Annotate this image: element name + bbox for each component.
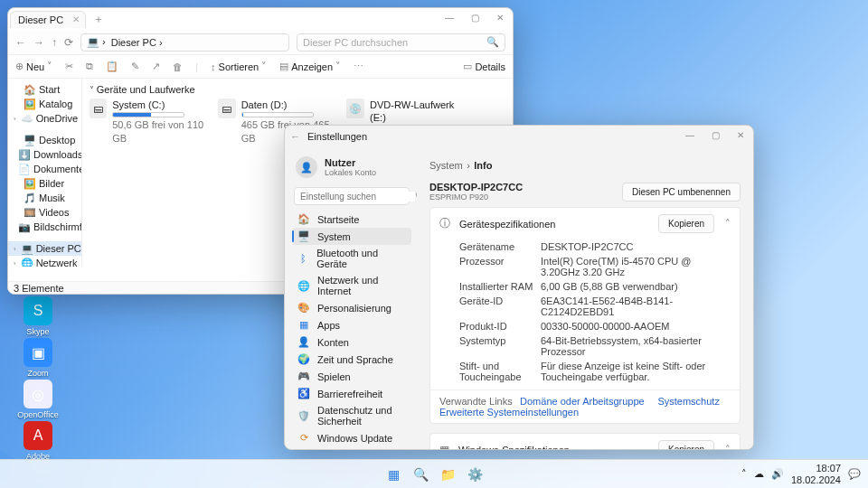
desktop-icon[interactable]: SSkype <box>16 296 60 336</box>
related-links: Verwandte Links Domäne oder Arbeitsgrupp… <box>430 389 740 423</box>
toolbar: ⊕ Neu ˅ ✂ ⧉ 📋 ✎ ↗ 🗑 | ↕ Sortieren ˅ ▤ An… <box>8 55 513 79</box>
tray-chevron-icon[interactable]: ˄ <box>741 468 747 480</box>
link-sysprotect[interactable]: Systemschutz <box>657 396 719 407</box>
taskbar-clock[interactable]: 18:0718.02.2024 <box>791 463 841 484</box>
more-icon[interactable]: ⋯ <box>354 61 363 72</box>
device-name: DESKTOP-IP2C7CC <box>429 182 523 192</box>
start-button[interactable]: ▦ <box>383 465 403 484</box>
back-button[interactable]: ← <box>290 131 300 142</box>
forward-icon[interactable]: → <box>33 36 44 49</box>
settings-menu-item[interactable]: 🌐Netzwerk und Internet <box>292 272 411 299</box>
settings-menu-item[interactable]: 🏠Startseite <box>292 211 411 228</box>
user-name: Nutzer <box>325 157 376 168</box>
settings-window: ← Einstellungen ― ▢ ✕ 👤 Nutzer Lokales K… <box>284 125 754 450</box>
settings-sidebar: 👤 Nutzer Lokales Konto 🔍 🏠Startseite🖥️Sy… <box>285 147 417 449</box>
windows-specs-card: ▦ Windows-Spezifikationen Kopieren ˄ Edi… <box>429 433 741 449</box>
desktop-icon[interactable]: ▣Zoom <box>16 338 60 378</box>
close-tab-icon[interactable]: ✕ <box>72 14 80 24</box>
link-advanced[interactable]: Erweiterte Systemeinstellungen <box>439 407 579 418</box>
minimize-button[interactable]: ― <box>437 8 462 26</box>
refresh-icon[interactable]: ⟳ <box>64 36 73 49</box>
avatar: 👤 <box>296 156 317 178</box>
spec-row: Systemtyp64-Bit-Betriebssystem, x64-basi… <box>459 333 731 359</box>
chevron-up-icon[interactable]: ˄ <box>725 218 731 230</box>
address-bar-row: ← → ↑ ⟳ 💻 › Dieser PC › Dieser PC durchs… <box>8 30 513 55</box>
paste-icon[interactable]: 📋 <box>106 61 118 72</box>
breadcrumb: Dieser PC › <box>111 37 163 48</box>
settings-menu-item[interactable]: 🖥️System <box>292 228 411 245</box>
settings-menu-item[interactable]: ♿Barrierefreiheit <box>292 385 411 402</box>
tray-onedrive-icon[interactable]: ☁ <box>754 468 764 480</box>
settings-search[interactable]: 🔍 <box>294 187 410 205</box>
nav-item[interactable]: ›🌐Netzwerk <box>8 256 81 267</box>
new-tab-button[interactable]: ＋ <box>93 12 104 27</box>
nav-item[interactable]: 🖼️Katalog <box>8 97 81 111</box>
taskbar[interactable]: ▦ 🔍 📁 ⚙️ ˄ ☁ 🔊 18:0718.02.2024 💬 <box>0 459 868 488</box>
tab-this-pc[interactable]: Dieser PC ✕ <box>10 11 86 28</box>
view-button[interactable]: ▤ Anzeigen ˅ <box>279 61 341 72</box>
new-button[interactable]: ⊕ Neu ˅ <box>15 61 52 72</box>
nav-item[interactable]: 📷Bildschirmfotos <box>8 220 81 234</box>
card-title: Gerätespezifikationen <box>459 219 555 230</box>
settings-menu-item[interactable]: ⟳Windows Update <box>292 429 411 446</box>
tray-notification-icon[interactable]: 💬 <box>848 468 861 480</box>
settings-menu-item[interactable]: 👤Konten <box>292 333 411 351</box>
settings-title: Einstellungen <box>307 131 367 142</box>
minimize-button[interactable]: ― <box>677 126 703 144</box>
up-icon[interactable]: ↑ <box>52 36 57 49</box>
nav-item[interactable]: 🎵Musik <box>8 191 81 205</box>
rename-icon[interactable]: ✎ <box>131 61 139 72</box>
pc-icon: 💻 › <box>87 36 106 48</box>
settings-content: System › Info DESKTOP-IP2C7CC ESPRIMO P9… <box>417 147 753 449</box>
explorer-nav: 🏠Start🖼️Katalog›☁️OneDrive🖥️Desktop⬇️Dow… <box>8 79 82 267</box>
device-specs-card: ⓘ Gerätespezifikationen Kopieren ˄ Gerät… <box>429 207 741 424</box>
maximize-button[interactable]: ▢ <box>462 8 487 26</box>
spec-row: Installierter RAM6,00 GB (5,88 GB verwen… <box>459 279 731 294</box>
settings-menu-item[interactable]: 🛡️Datenschutz und Sicherheit <box>292 402 411 429</box>
taskbar-settings-icon[interactable]: ⚙️ <box>465 465 485 484</box>
link-domain[interactable]: Domäne oder Arbeitsgruppe <box>520 396 645 407</box>
maximize-button[interactable]: ▢ <box>703 126 728 144</box>
sort-button[interactable]: ↕ Sortieren ˅ <box>211 61 267 72</box>
nav-item[interactable]: ⬇️Downloads <box>8 147 81 162</box>
drive-item[interactable]: 🖴System (C:)50,6 GB frei von 110 GB <box>90 99 207 145</box>
spec-row: Produkt-ID00330-50000-00000-AAOEM <box>459 319 731 333</box>
nav-item[interactable]: ›☁️OneDrive <box>8 111 81 126</box>
copy-button[interactable]: Kopieren <box>658 214 714 233</box>
settings-search-input[interactable] <box>300 192 415 202</box>
taskbar-explorer-icon[interactable]: 📁 <box>438 465 458 484</box>
nav-item[interactable]: 📄Dokumente <box>8 162 81 176</box>
nav-item[interactable]: 🏠Start <box>8 82 81 97</box>
taskbar-search-icon[interactable]: 🔍 <box>410 465 430 484</box>
settings-menu-item[interactable]: 🎮Spielen <box>292 368 411 385</box>
chevron-up-icon[interactable]: ˄ <box>725 444 731 449</box>
nav-item[interactable]: 🖼️Bilder <box>8 176 81 191</box>
info-icon: ⓘ <box>439 216 450 231</box>
copy-button[interactable]: Kopieren <box>658 440 714 449</box>
settings-menu-item[interactable]: 🎨Personalisierung <box>292 299 411 316</box>
user-tile[interactable]: 👤 Nutzer Lokales Konto <box>292 153 411 182</box>
details-button[interactable]: ▭ Details <box>463 61 505 72</box>
spec-row: Geräte-ID6EA3C141-E562-4B4B-B141-C2124D2… <box>459 294 731 319</box>
close-button[interactable]: ✕ <box>487 8 513 26</box>
settings-titlebar: ← Einstellungen ― ▢ ✕ <box>285 126 753 147</box>
nav-item[interactable]: ›💻Dieser PC <box>8 241 81 256</box>
settings-menu-item[interactable]: ᛒBluetooth und Geräte <box>292 245 411 272</box>
settings-menu-item[interactable]: 🌍Zeit und Sprache <box>292 351 411 368</box>
nav-item[interactable]: 🎞️Videos <box>8 205 81 220</box>
drives-group-header[interactable]: ˅ Geräte und Laufwerke <box>90 84 505 95</box>
nav-item[interactable]: 🖥️Desktop <box>8 133 81 147</box>
settings-menu-item[interactable]: ▦Apps <box>292 316 411 333</box>
back-icon[interactable]: ← <box>15 36 26 49</box>
address-bar[interactable]: 💻 › Dieser PC › <box>80 33 289 52</box>
search-placeholder: Dieser PC durchsuchen <box>303 37 408 48</box>
cut-icon[interactable]: ✂ <box>65 61 73 72</box>
search-box[interactable]: Dieser PC durchsuchen 🔍 <box>297 33 505 52</box>
rename-pc-button[interactable]: Diesen PC umbenennen <box>622 183 741 202</box>
tray-volume-icon[interactable]: 🔊 <box>771 468 784 480</box>
delete-icon[interactable]: 🗑 <box>173 61 183 72</box>
share-icon[interactable]: ↗ <box>152 61 160 72</box>
copy-icon[interactable]: ⧉ <box>86 61 93 72</box>
close-button[interactable]: ✕ <box>728 126 753 144</box>
spec-row: ProzessorIntel(R) Core(TM) i5-4570 CPU @… <box>459 254 731 279</box>
